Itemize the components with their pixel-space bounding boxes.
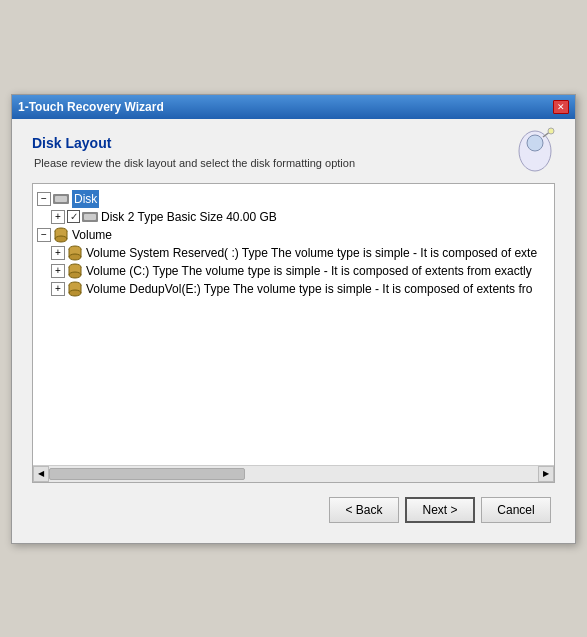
back-button[interactable]: < Back	[329, 497, 399, 523]
svg-point-1	[527, 135, 543, 151]
wizard-icon	[515, 127, 555, 178]
horizontal-scrollbar[interactable]: ◀ ▶	[33, 465, 554, 482]
tree-inner[interactable]: − Disk + ✓ Disk 2 Type Basic Size 40.00 …	[33, 184, 554, 462]
title-bar-controls: ✕	[553, 100, 569, 114]
page-title: Disk Layout	[32, 135, 355, 151]
scroll-left-button[interactable]: ◀	[33, 466, 49, 482]
expander-vol-system[interactable]: +	[51, 246, 65, 260]
disk-label: Disk	[72, 190, 99, 208]
expander-vol-c[interactable]: +	[51, 264, 65, 278]
tree-row-vol-system[interactable]: + Volume System Reserved( :) Type The vo…	[51, 244, 550, 262]
volume-root-icon	[53, 227, 69, 243]
vol-dedup-label: Volume DedupVol(E:) Type The volume type…	[86, 280, 532, 298]
tree-row-vol-c[interactable]: + Volume (C:) Type The volume type is si…	[51, 262, 550, 280]
svg-point-6	[55, 236, 67, 242]
cancel-button[interactable]: Cancel	[481, 497, 551, 523]
window-title: 1-Touch Recovery Wizard	[18, 100, 164, 114]
disk2-icon	[82, 212, 98, 222]
disk2-label: Disk 2 Type Basic Size 40.00 GB	[101, 208, 277, 226]
expander-disk[interactable]: −	[37, 192, 51, 206]
tree-row-vol-dedup[interactable]: + Volume DedupVol(E:) Type The volume ty…	[51, 280, 550, 298]
expander-disk2[interactable]: +	[51, 210, 65, 224]
scroll-right-button[interactable]: ▶	[538, 466, 554, 482]
scroll-track[interactable]	[49, 466, 538, 482]
scroll-thumb[interactable]	[49, 468, 245, 480]
vol-dedup-icon	[67, 281, 83, 297]
volume-root-label: Volume	[72, 226, 112, 244]
vol-system-label: Volume System Reserved( :) Type The volu…	[86, 244, 537, 262]
vol-system-icon	[67, 245, 83, 261]
title-bar: 1-Touch Recovery Wizard ✕	[12, 95, 575, 119]
button-row: < Back Next > Cancel	[32, 483, 555, 531]
page-description: Please review the disk layout and select…	[32, 157, 355, 169]
svg-point-21	[69, 290, 81, 296]
vol-c-label: Volume (C:) Type The volume type is simp…	[86, 262, 532, 280]
vol-c-icon	[67, 263, 83, 279]
expander-volume[interactable]: −	[37, 228, 51, 242]
svg-point-3	[548, 128, 554, 134]
expander-vol-dedup[interactable]: +	[51, 282, 65, 296]
disk2-checkbox[interactable]: ✓	[67, 210, 80, 223]
main-window: 1-Touch Recovery Wizard ✕ Disk Layout Pl…	[11, 94, 576, 544]
svg-point-16	[69, 272, 81, 278]
next-button[interactable]: Next >	[405, 497, 475, 523]
disk-icon	[53, 194, 69, 204]
content-area: Disk Layout Please review the disk layou…	[12, 119, 575, 543]
svg-point-11	[69, 254, 81, 260]
close-button[interactable]: ✕	[553, 100, 569, 114]
tree-row-disk2[interactable]: + ✓ Disk 2 Type Basic Size 40.00 GB	[51, 208, 550, 226]
tree-row-disk[interactable]: − Disk	[37, 190, 550, 208]
tree-panel: − Disk + ✓ Disk 2 Type Basic Size 40.00 …	[32, 183, 555, 483]
tree-row-volume[interactable]: − Volume	[37, 226, 550, 244]
